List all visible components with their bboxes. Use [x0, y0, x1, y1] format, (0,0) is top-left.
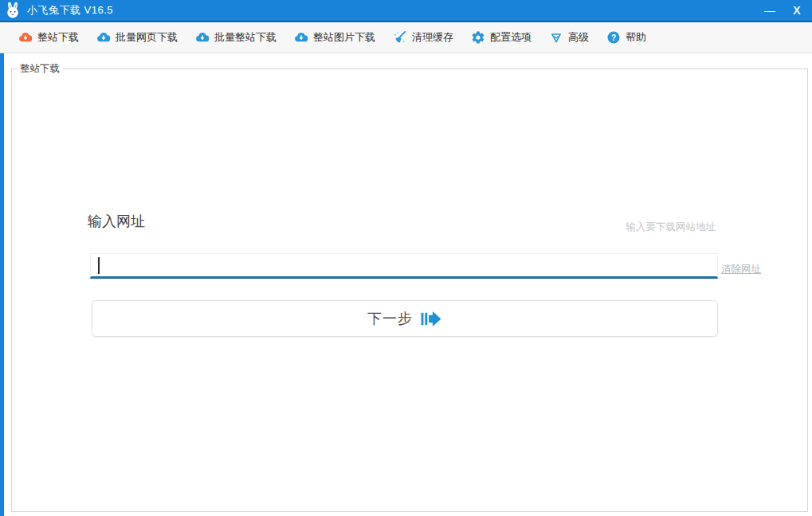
toolbar-item-whole-site-download[interactable]: 整站下载 [10, 25, 88, 49]
toolbar-item-label: 帮助 [626, 30, 646, 45]
groupbox-whole-site-download: 整站下载 [11, 68, 808, 512]
titlebar: 小飞兔下载 V16.5 — X [0, 0, 812, 22]
window-title: 小飞兔下载 V16.5 [27, 3, 113, 18]
rabbit-app-icon [4, 2, 22, 19]
cloud-download-icon [96, 30, 111, 45]
help-circle-icon: ? [606, 30, 621, 45]
gear-icon [471, 30, 485, 45]
minimize-button[interactable]: — [756, 0, 783, 21]
toolbar-item-label: 高级 [568, 30, 589, 45]
close-button[interactable]: X [783, 0, 810, 21]
groupbox-label: 整站下载 [17, 62, 63, 76]
window-left-border [0, 0, 4, 516]
toolbar-item-advanced[interactable]: 高级 [540, 25, 598, 49]
toolbar: 整站下载 批量网页下载 批量整站下载 整站图片下载 清理缓存 [0, 22, 812, 53]
toolbar-item-label: 整站下载 [37, 30, 79, 45]
next-arrow-icon [421, 310, 442, 328]
text-caret [98, 257, 100, 274]
toolbar-item-options[interactable]: 配置选项 [462, 25, 540, 49]
toolbar-item-clear-cache[interactable]: 清理缓存 [384, 25, 462, 49]
diamond-badge-icon [549, 30, 563, 45]
toolbar-item-site-image-download[interactable]: 整站图片下载 [285, 25, 384, 49]
toolbar-item-help[interactable]: ? 帮助 [598, 25, 655, 49]
window-controls: — X [756, 0, 812, 21]
toolbar-item-batch-webpage-download[interactable]: 批量网页下载 [88, 25, 186, 49]
next-step-label: 下一步 [367, 309, 413, 328]
url-hint-text: 输入要下载网站地址 [626, 221, 716, 234]
cloud-download-icon [294, 30, 308, 45]
toolbar-item-label: 整站图片下载 [313, 30, 375, 45]
next-step-button[interactable]: 下一步 [92, 300, 718, 337]
toolbar-item-label: 批量网页下载 [116, 30, 178, 45]
toolbar-item-label: 配置选项 [490, 30, 532, 45]
toolbar-item-batch-site-download[interactable]: 批量整站下载 [186, 25, 285, 49]
url-input[interactable] [91, 254, 717, 276]
toolbar-item-label: 清理缓存 [412, 30, 453, 45]
clear-url-link[interactable]: 清除网址 [721, 263, 761, 276]
url-input-container [90, 253, 718, 279]
url-input-label: 输入网址 [88, 212, 145, 231]
svg-text:?: ? [611, 33, 616, 42]
broom-icon [393, 30, 407, 45]
cloud-download-icon [18, 30, 33, 45]
cloud-download-icon [195, 30, 210, 45]
toolbar-item-label: 批量整站下载 [214, 30, 277, 45]
